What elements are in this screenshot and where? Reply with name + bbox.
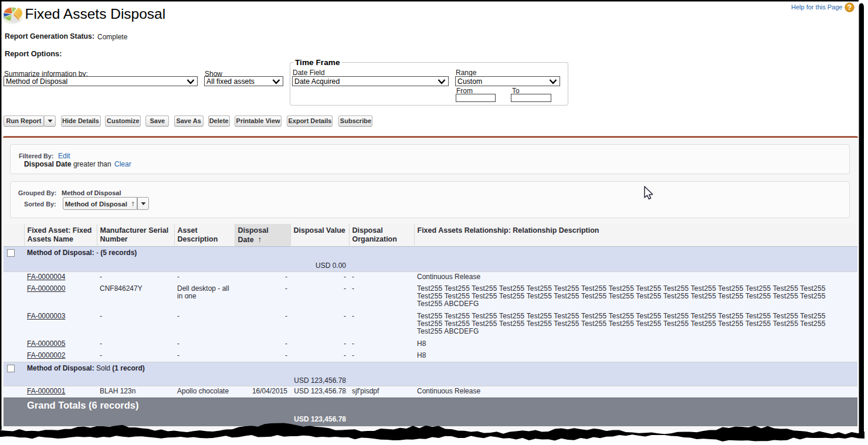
svg-text:?: ? (847, 4, 852, 12)
